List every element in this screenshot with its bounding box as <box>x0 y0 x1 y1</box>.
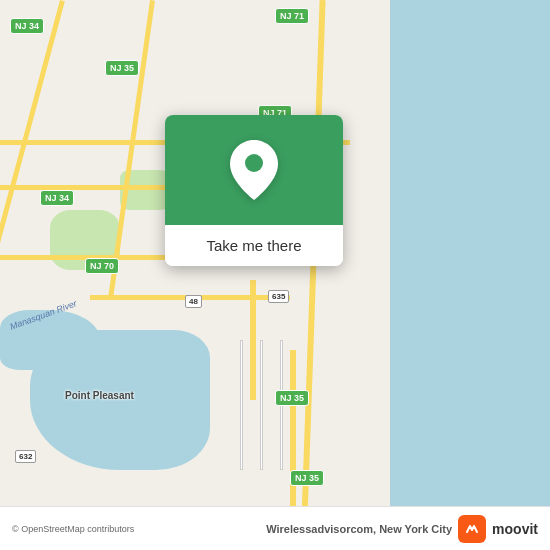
moovit-icon <box>458 515 486 543</box>
moovit-logo: Wirelessadvisorcom, New York City moovit <box>266 515 538 543</box>
moovit-text: moovit <box>492 521 538 537</box>
shield-nj35-top: NJ 35 <box>105 60 139 76</box>
shield-nj34-mid: NJ 34 <box>40 190 74 206</box>
shield-nj70: NJ 70 <box>85 258 119 274</box>
shield-632: 632 <box>15 450 36 463</box>
shield-48: 48 <box>185 295 202 308</box>
moovit-logo-icon <box>462 519 482 539</box>
map-container: NJ 34 NJ 35 NJ 71 NJ 71 NJ 34 NJ 70 48 6… <box>0 0 550 550</box>
map-land <box>0 0 420 550</box>
take-me-there-button[interactable]: Take me there <box>165 225 343 266</box>
street-1 <box>240 340 243 470</box>
popup-card: Take me there <box>165 115 343 266</box>
location-name: Wirelessadvisorcom, New York City <box>266 523 452 535</box>
place-label-point-pleasant: Point Pleasant <box>65 390 134 401</box>
location-pin-icon <box>230 140 278 200</box>
street-2 <box>260 340 263 470</box>
popup-header <box>165 115 343 225</box>
attribution-text: © OpenStreetMap contributors <box>12 524 134 534</box>
shield-nj35-low: NJ 35 <box>290 470 324 486</box>
svg-point-0 <box>245 154 263 172</box>
shield-nj34-top: NJ 34 <box>10 18 44 34</box>
shield-635: 635 <box>268 290 289 303</box>
shield-nj71-top: NJ 71 <box>275 8 309 24</box>
shield-nj35-bottom: NJ 35 <box>275 390 309 406</box>
map-ocean <box>390 0 550 550</box>
bottom-bar: © OpenStreetMap contributors Wirelessadv… <box>0 506 550 550</box>
